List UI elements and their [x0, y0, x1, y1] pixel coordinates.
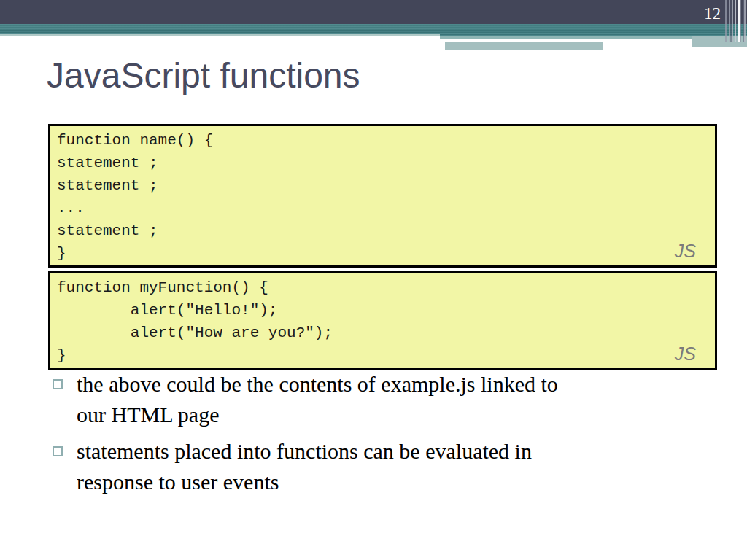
header-navy-bar [0, 0, 747, 24]
code-box-function-example: function myFunction() { alert("Hello!");… [48, 271, 717, 370]
js-language-badge: JS [675, 241, 696, 262]
code-box-function-syntax: function name() { statement ; statement … [48, 124, 717, 268]
bullet-list: the above could be the contents of examp… [48, 369, 712, 503]
header-accent-band [445, 42, 603, 50]
square-bullet-icon [53, 446, 63, 456]
code-text: function name() { statement ; statement … [50, 126, 715, 265]
slide-page-number: 12 [704, 4, 721, 23]
bullet-text: statements placed into functions can be … [77, 436, 532, 497]
header-teal-extension [440, 24, 747, 36]
js-language-badge: JS [675, 343, 696, 365]
bullet-text: the above could be the contents of examp… [77, 369, 558, 430]
square-bullet-icon [53, 379, 63, 389]
header-light-strip [0, 34, 441, 36]
bullet-item: the above could be the contents of examp… [48, 369, 712, 430]
slide: 12 JavaScript functions function name() … [0, 0, 747, 560]
slide-title: JavaScript functions [47, 55, 360, 96]
header-vertical-stripes-decoration [724, 0, 747, 42]
code-text: function myFunction() { alert("Hello!");… [50, 273, 715, 367]
bullet-item: statements placed into functions can be … [48, 436, 712, 497]
